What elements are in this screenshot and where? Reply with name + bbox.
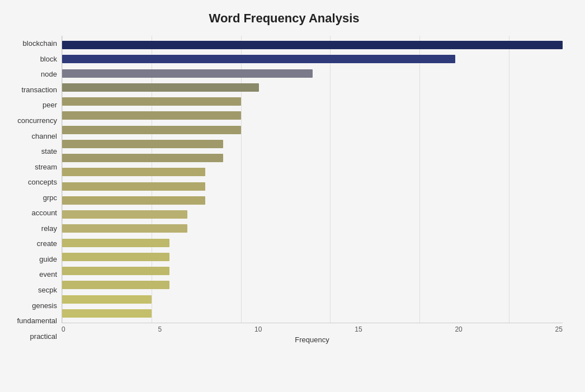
bar-row [62,306,563,320]
y-label: secpk [6,286,57,294]
bar-row [62,123,563,137]
x-axis: 0510152025 [62,323,563,333]
bar-row [62,95,563,108]
bar [62,69,313,78]
y-label: fundamental [6,317,57,324]
bar-row [62,67,563,81]
y-label: node [6,70,57,78]
y-label: practical [6,333,57,340]
bar-row [62,81,563,95]
bar [62,309,152,318]
bar-row [62,207,563,221]
bar [62,196,205,205]
y-label: account [6,209,57,216]
bar-row [62,38,563,52]
bar [62,295,152,304]
y-label: concurrency [6,117,57,124]
y-label: channel [6,133,57,140]
y-label: create [6,240,57,247]
bar [62,140,223,148]
y-label: concepts [6,178,57,186]
y-label: event [6,271,57,278]
y-label: state [6,148,57,155]
bars-area [62,36,563,323]
bar [62,253,169,261]
y-axis: blockchainblocknodetransactionpeerconcur… [6,36,62,344]
y-label: peer [6,101,57,108]
x-tick: 15 [355,325,362,333]
bar-row [62,137,563,151]
y-label: transaction [6,86,57,93]
bar [62,55,455,63]
bar-row [62,108,563,122]
bars-and-xaxis: 0510152025 Frequency [62,36,563,344]
chart-title: Word Frequency Analysis [6,11,563,26]
bar-row [62,165,563,179]
bar [62,126,241,134]
x-tick: 10 [254,325,262,333]
chart-area: blockchainblocknodetransactionpeerconcur… [6,36,563,344]
x-axis-label: Frequency [62,336,563,344]
bar-row [62,278,563,292]
y-label: blockchain [6,40,57,47]
bar [62,267,169,275]
bar [62,111,241,120]
bar [62,83,259,92]
y-label: guide [6,256,57,263]
bar-row [62,292,563,306]
y-label: grpc [6,194,57,201]
bar [62,210,187,219]
bar-row [62,250,563,264]
bar [62,154,223,162]
bar [62,41,563,49]
bar [62,97,241,106]
y-label: stream [6,163,57,171]
y-label: genesis [6,302,57,309]
bar-row [62,151,563,165]
y-label: relay [6,225,57,232]
bar-row [62,180,563,193]
x-tick: 25 [555,325,563,333]
bar [62,224,187,233]
x-tick: 5 [158,325,162,333]
x-tick: 0 [62,325,65,333]
bar [62,281,169,289]
chart-container: Word Frequency Analysis blockchainblockn… [0,0,585,392]
bar-row [62,236,563,250]
bar [62,182,205,191]
bar [62,168,205,176]
bar-row [62,52,563,66]
bar [62,239,169,247]
bar-row [62,264,563,278]
y-label: block [6,55,57,63]
bar-row [62,221,563,235]
x-tick: 20 [455,325,462,333]
bar-row [62,193,563,207]
